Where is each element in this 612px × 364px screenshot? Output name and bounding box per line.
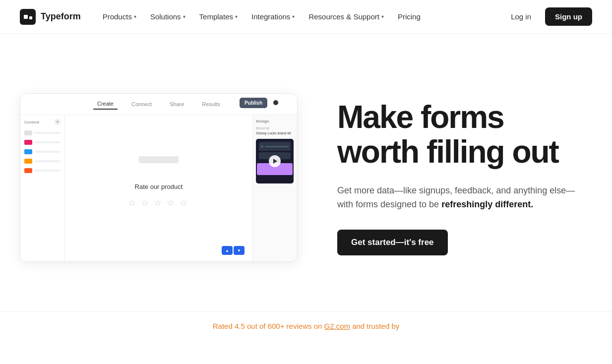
sidebar-thumb-4 xyxy=(24,159,32,164)
sidebar-item-4[interactable] xyxy=(23,157,61,165)
solutions-label: Solutions xyxy=(150,12,181,21)
nav-links: Products ▾ Solutions ▾ Templates ▾ Integ… xyxy=(97,8,505,25)
tab-connect[interactable]: Connect xyxy=(127,99,156,109)
logo-link[interactable]: Typeform xyxy=(20,9,81,25)
bottom-strip: Rated 4.5 out of 600+ reviews on G2.com … xyxy=(0,311,612,340)
logo-square-1 xyxy=(24,15,28,19)
g2-link[interactable]: G2.com xyxy=(324,322,350,330)
nav-templates[interactable]: Templates ▾ xyxy=(193,8,244,25)
nav-up-button[interactable]: ▲ xyxy=(222,246,233,255)
rate-product-text: Rate our product xyxy=(135,183,183,190)
star-rating: ☆ ☆ ☆ ☆ ☆ xyxy=(128,197,189,207)
cta-button[interactable]: Get started—it's free xyxy=(337,230,448,255)
sidebar-item-2[interactable] xyxy=(23,138,61,146)
sidebar-thumb-1 xyxy=(24,130,32,135)
sidebar-item-5[interactable] xyxy=(23,167,61,175)
preview-window: Create Connect Share Results Publish Con… xyxy=(20,93,298,262)
hero-subtitle: Get more data—like signups, feedback, an… xyxy=(337,183,575,212)
nav-down-button[interactable]: ▼ xyxy=(234,246,245,255)
nav-arrows: ▲ ▼ xyxy=(222,246,245,255)
nav-resources[interactable]: Resources & Support ▾ xyxy=(303,8,390,25)
brand-kit-name: Glossy Locks brand kit xyxy=(256,131,294,135)
logo-icon xyxy=(20,9,36,25)
star-1[interactable]: ☆ xyxy=(128,197,138,207)
sidebar-header: Content + xyxy=(23,119,61,125)
preview-image-placeholder xyxy=(139,156,179,163)
nav-integrations[interactable]: Integrations ▾ xyxy=(245,8,301,25)
sidebar-line-2 xyxy=(34,141,61,143)
preview-body: Content + xyxy=(20,115,297,262)
tab-results[interactable]: Results xyxy=(198,99,224,109)
play-icon xyxy=(269,155,281,167)
brand-name: Typeform xyxy=(41,11,81,22)
sidebar-content-label: Content xyxy=(24,120,39,124)
navbar: Typeform Products ▾ Solutions ▾ Template… xyxy=(0,0,612,34)
sidebar-line-4 xyxy=(34,160,61,162)
rated-text-after: and trusted by xyxy=(350,322,399,330)
tab-create[interactable]: Create xyxy=(93,99,118,110)
sidebar-line-3 xyxy=(34,151,61,153)
preview-sidebar: Content + xyxy=(20,115,65,262)
play-triangle-icon xyxy=(273,159,277,164)
nav-auth: Log in Sign up xyxy=(505,7,592,26)
sidebar-thumb-2 xyxy=(24,140,32,145)
hero-title-line1: Make forms xyxy=(337,99,504,135)
preview-card[interactable] xyxy=(256,139,294,183)
templates-label: Templates xyxy=(199,12,233,21)
card-line xyxy=(265,146,289,147)
star-3[interactable]: ☆ xyxy=(154,197,164,207)
signup-button[interactable]: Sign up xyxy=(545,7,592,26)
card-dot xyxy=(261,145,263,148)
preview-main-content: Rate our product ☆ ☆ ☆ ☆ ☆ ▲ ▼ xyxy=(65,115,252,262)
hero-title-line2: worth filling out xyxy=(337,134,558,170)
sidebar-add-button[interactable]: + xyxy=(55,119,61,125)
status-dot xyxy=(273,100,278,105)
nav-pricing[interactable]: Pricing xyxy=(392,8,427,25)
solutions-chevron-icon: ▾ xyxy=(183,14,185,19)
star-2[interactable]: ☆ xyxy=(141,197,151,207)
integrations-chevron-icon: ▾ xyxy=(292,14,295,19)
preview-tabs: Create Connect Share Results Publish xyxy=(20,94,297,115)
preview-right-panel: Design Brand kit Glossy Locks brand kit xyxy=(252,115,297,262)
logo-square-2 xyxy=(29,16,32,19)
templates-chevron-icon: ▾ xyxy=(235,14,238,19)
star-4[interactable]: ☆ xyxy=(167,197,177,207)
hero-text: Make forms worth filling out Get more da… xyxy=(337,100,592,255)
sidebar-line-5 xyxy=(34,170,61,172)
rated-text-plain: Rated 4.5 out of 600+ reviews on xyxy=(213,322,324,330)
rated-text: Rated 4.5 out of 600+ reviews on G2.com … xyxy=(213,322,399,330)
tab-share[interactable]: Share xyxy=(166,99,188,109)
publish-button[interactable]: Publish xyxy=(240,98,267,108)
star-5[interactable]: ☆ xyxy=(180,197,189,207)
card-bar-1 xyxy=(259,142,291,151)
products-chevron-icon: ▾ xyxy=(134,14,136,19)
sidebar-line-1 xyxy=(34,132,61,134)
design-label: Design xyxy=(256,119,294,123)
hero-title: Make forms worth filling out xyxy=(337,100,592,170)
sidebar-item-1[interactable] xyxy=(23,129,61,137)
nav-solutions[interactable]: Solutions ▾ xyxy=(144,8,191,25)
login-button[interactable]: Log in xyxy=(505,8,537,25)
hero-section: Create Connect Share Results Publish Con… xyxy=(0,34,612,311)
resources-chevron-icon: ▾ xyxy=(381,14,384,19)
sidebar-thumb-5 xyxy=(24,168,32,173)
sidebar-item-3[interactable] xyxy=(23,148,61,156)
resources-label: Resources & Support xyxy=(308,12,379,21)
brand-kit-label: Brand kit xyxy=(256,126,294,130)
nav-products[interactable]: Products ▾ xyxy=(97,8,142,25)
pricing-label: Pricing xyxy=(398,12,421,21)
product-preview: Create Connect Share Results Publish Con… xyxy=(20,93,307,262)
hero-subtitle-bold: refreshingly different. xyxy=(441,199,533,209)
sidebar-thumb-3 xyxy=(24,149,32,154)
integrations-label: Integrations xyxy=(251,12,290,21)
products-label: Products xyxy=(103,12,132,21)
